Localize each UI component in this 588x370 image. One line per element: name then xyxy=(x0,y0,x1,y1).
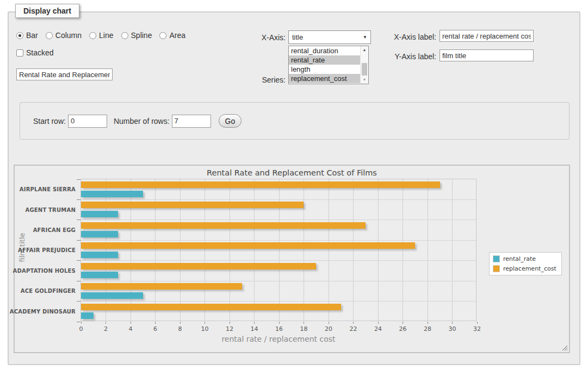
x-tick-label: 10 xyxy=(194,325,216,333)
series-option-rental_duration[interactable]: rental_duration xyxy=(289,46,360,55)
legend-swatch-icon xyxy=(493,255,500,262)
x-tick-mark xyxy=(304,322,304,324)
category-label: ACE GOLDFINGER xyxy=(11,281,76,301)
gridline xyxy=(230,179,230,321)
category-label: ACADEMY DINOSAUR xyxy=(11,302,76,322)
chart-type-label: Bar xyxy=(26,31,38,40)
stacked-checkbox-row[interactable]: Stacked xyxy=(16,48,54,57)
chevron-down-icon: ▼ xyxy=(363,35,367,40)
x-tick-mark xyxy=(254,322,255,324)
y-tick-mark xyxy=(77,301,81,302)
bar-replacement_cost xyxy=(81,242,415,249)
x-tick-mark xyxy=(106,322,106,324)
radio-icon[interactable] xyxy=(16,32,23,39)
x-tick-label: 18 xyxy=(293,325,315,333)
x-axis-select-label: X-Axis: xyxy=(246,33,286,42)
x-tick-label: 16 xyxy=(268,325,290,333)
x-axis-select[interactable]: title ▼ xyxy=(288,30,371,44)
gridline xyxy=(81,199,476,200)
x-tick-mark xyxy=(477,322,478,324)
plot-area: 02468101214161820222426283032AIRPLANE SI… xyxy=(81,179,476,321)
x-tick-mark xyxy=(81,322,82,324)
legend-swatch-icon xyxy=(493,265,500,272)
chart-title-input[interactable] xyxy=(16,68,113,80)
chart-type-spline[interactable]: Spline xyxy=(121,31,152,40)
x-axis-label-caption: X-Axis label: xyxy=(387,33,436,41)
radio-icon[interactable] xyxy=(46,32,53,39)
chart-x-axis-title: rental rate / replacement cost xyxy=(81,335,476,343)
gridline xyxy=(452,179,453,321)
fieldset-legend: Display chart xyxy=(15,4,79,18)
series-option-replacement_cost[interactable]: replacement_cost xyxy=(289,74,360,83)
scrollbar-thumb[interactable] xyxy=(362,63,367,76)
radio-icon[interactable] xyxy=(121,32,128,39)
resize-grip-icon[interactable] xyxy=(561,344,567,350)
scroll-down-icon[interactable]: ▼ xyxy=(361,76,368,84)
bar-replacement_cost xyxy=(81,202,304,208)
gridline xyxy=(279,179,280,321)
y-tick-mark xyxy=(77,260,81,261)
start-row-input[interactable] xyxy=(68,115,107,128)
series-option-length[interactable]: length xyxy=(289,65,360,74)
chart-title: Rental Rate and Replacement Cost of Film… xyxy=(15,168,569,177)
y-axis-label-input[interactable] xyxy=(440,49,534,61)
x-tick-label: 4 xyxy=(120,325,141,333)
chart-type-label: Column xyxy=(55,31,82,40)
x-tick-mark xyxy=(329,322,329,324)
x-tick-mark xyxy=(428,322,428,324)
chart-type-label: Spline xyxy=(131,31,152,40)
chart-type-label: Area xyxy=(169,31,185,40)
bar-replacement_cost xyxy=(81,222,366,229)
category-label: AFFAIR PREJUDICE xyxy=(11,240,76,260)
x-tick-label: 2 xyxy=(95,325,117,333)
chart-type-column[interactable]: Column xyxy=(46,31,82,40)
bar-replacement_cost xyxy=(81,283,242,290)
series-option-rental_rate[interactable]: rental_rate xyxy=(289,55,360,65)
gridline xyxy=(329,179,329,321)
num-rows-input[interactable] xyxy=(172,115,211,128)
x-tick-mark xyxy=(378,322,379,324)
chart-type-area[interactable]: Area xyxy=(159,31,185,40)
gridline xyxy=(180,179,181,321)
start-row-label: Start row: xyxy=(33,117,66,126)
gridline xyxy=(81,301,476,302)
legend-entry: replacement_cost xyxy=(493,265,556,272)
x-axis-label-input[interactable] xyxy=(440,30,534,42)
category-label: AIRPLANE SIERRA xyxy=(11,179,76,199)
chart-type-line[interactable]: Line xyxy=(89,31,113,40)
gridline xyxy=(106,179,106,321)
x-tick-label: 20 xyxy=(318,325,339,333)
bar-replacement_cost xyxy=(81,263,316,269)
x-tick-mark xyxy=(205,322,205,324)
chart-type-bar[interactable]: Bar xyxy=(16,31,38,40)
legend-entry: rental_rate xyxy=(493,255,556,262)
scroll-up-icon[interactable]: ▲ xyxy=(361,46,368,54)
category-label: AFRICAN EGG xyxy=(11,220,76,240)
radio-icon[interactable] xyxy=(89,32,96,39)
scrollbar[interactable]: ▲ ▼ xyxy=(360,46,368,84)
gridline xyxy=(205,179,205,321)
x-tick-mark xyxy=(452,322,453,324)
chart-legend: rental_ratereplacement_cost xyxy=(489,252,562,275)
x-tick-label: 14 xyxy=(244,325,265,333)
y-tick-mark xyxy=(77,199,81,200)
chart-container: Rental Rate and Replacement Cost of Film… xyxy=(14,165,570,353)
query-params-row: Start row: Number of rows: Go xyxy=(33,114,242,128)
series-listbox[interactable]: rental_durationrental_ratelengthreplacem… xyxy=(288,46,369,84)
y-tick-mark xyxy=(77,322,81,322)
series-select-label: Series: xyxy=(246,76,286,84)
y-tick-mark xyxy=(77,240,81,241)
x-tick-mark xyxy=(353,322,354,324)
radio-icon[interactable] xyxy=(159,32,166,39)
category-label: ADAPTATION HOLES xyxy=(11,261,76,281)
x-tick-label: 32 xyxy=(466,325,488,333)
gridline xyxy=(131,179,131,321)
gridline xyxy=(428,179,428,321)
x-tick-label: 0 xyxy=(70,325,92,333)
y-axis-label-caption: Y-Axis label: xyxy=(387,52,436,61)
legend-label: replacement_cost xyxy=(503,265,556,272)
checkbox-icon[interactable] xyxy=(16,49,23,57)
go-button[interactable]: Go xyxy=(219,114,242,128)
chart-type-label: Line xyxy=(99,31,113,40)
bar-rental_rate xyxy=(81,272,118,278)
